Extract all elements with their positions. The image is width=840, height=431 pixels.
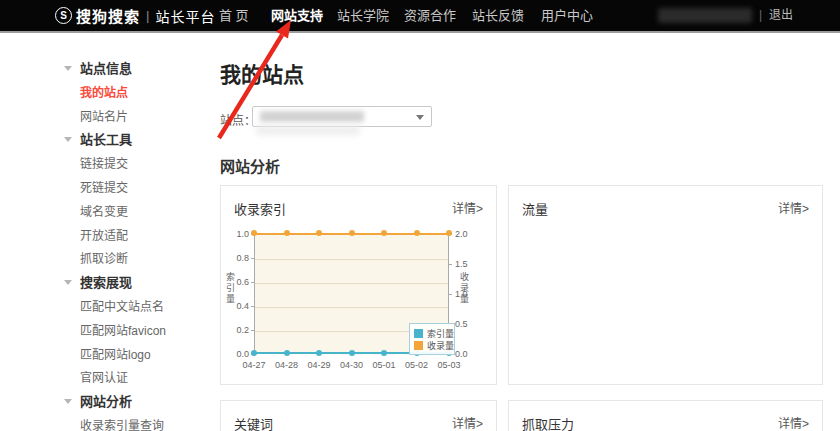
left-tick-label: 0.0 [223, 349, 249, 359]
chart-legend: 索引量收录量 [409, 323, 455, 355]
x-tick-label: 04-27 [242, 360, 265, 370]
sidebar-item-label: 开放适配 [80, 229, 128, 243]
right-tick-label: 1.5 [455, 259, 468, 269]
data-point-shoulu [414, 230, 420, 236]
data-point-suoyin [349, 350, 355, 356]
detail-link[interactable]: 详情> [778, 199, 809, 216]
detail-link[interactable]: 详情> [778, 414, 809, 431]
x-tick-label: 05-02 [405, 360, 428, 370]
sidebar-item-1[interactable]: 站点信息 [60, 60, 132, 76]
sidebar-item-2[interactable]: 我的站点 [60, 84, 128, 100]
sidebar-item-14[interactable]: 官网认证 [60, 369, 128, 385]
panel-traffic: 流量 详情> [508, 185, 823, 385]
right-tick-label: 0.5 [455, 319, 468, 329]
collapse-icon [64, 66, 72, 71]
right-tick-label: 2.0 [455, 229, 468, 239]
sidebar-item-7[interactable]: 域名变更 [60, 203, 128, 219]
data-point-shoulu [381, 230, 387, 236]
sidebar-item-8[interactable]: 开放适配 [60, 227, 128, 243]
sidebar-item-16[interactable]: 收录索引量查询 [60, 417, 164, 431]
sidebar-item-label: 网站分析 [80, 394, 132, 409]
data-point-shoulu [349, 230, 355, 236]
nav-item-5[interactable]: 站长反馈 [472, 0, 524, 31]
site-select-dropdown[interactable] [252, 106, 432, 127]
data-point-suoyin [284, 350, 290, 356]
left-tick-mark [251, 330, 254, 331]
sidebar: 站点信息我的站点网站名片站长工具链接提交死链提交域名变更开放适配抓取诊断搜索展现… [60, 33, 210, 431]
nav-item-2[interactable]: 网站支持 [271, 0, 323, 31]
data-point-shoulu [316, 230, 322, 236]
legend-label: 收录量 [427, 339, 454, 352]
left-tick-mark [251, 282, 254, 283]
data-point-shoulu [251, 230, 257, 236]
nav-item-1[interactable]: 首 页 [219, 0, 249, 31]
panel-title: 关键词 [234, 414, 273, 431]
x-tick-label: 04-29 [307, 360, 330, 370]
chevron-down-icon [416, 115, 424, 120]
page: { "navbar": { "logo": { "icon_letter": "… [0, 0, 840, 431]
left-tick-mark [251, 258, 254, 259]
left-tick-mark [251, 306, 254, 307]
nav-item-6[interactable]: 用户中心 [541, 0, 593, 31]
user-separator: | [759, 0, 762, 31]
gridline [255, 307, 448, 308]
x-tick-label: 05-01 [372, 360, 395, 370]
right-tick-label: 1.0 [455, 289, 468, 299]
gridline [255, 283, 448, 284]
collapse-icon [64, 280, 72, 285]
sidebar-item-4[interactable]: 站长工具 [60, 131, 132, 147]
right-tick-mark [449, 264, 452, 265]
gridline [255, 259, 448, 260]
sidebar-item-label: 网站名片 [80, 110, 128, 124]
sidebar-item-11[interactable]: 匹配中文站点名 [60, 298, 164, 314]
sidebar-item-label: 死链提交 [80, 181, 128, 195]
sidebar-item-5[interactable]: 链接提交 [60, 155, 128, 171]
sidebar-item-label: 抓取诊断 [80, 252, 128, 266]
panel-index-summary: 收录索引 详情> 索引量 收录量 索引量收录量 04-2704-2804-290… [220, 185, 497, 385]
sidebar-item-label: 匹配中文站点名 [80, 300, 164, 314]
section-title: 网站分析 [220, 155, 280, 176]
sidebar-item-12[interactable]: 匹配网站favicon [60, 322, 166, 338]
sidebar-item-label: 官网认证 [80, 371, 128, 385]
legend-entry: 索引量 [414, 327, 450, 339]
top-navbar: S 搜狗搜索 | 站长平台 首 页网站支持站长学院资源合作站长反馈用户中心 | … [0, 0, 840, 33]
sidebar-item-label: 链接提交 [80, 157, 128, 171]
sidebar-item-9[interactable]: 抓取诊断 [60, 250, 128, 266]
nav-item-3[interactable]: 站长学院 [337, 0, 389, 31]
x-tick-label: 04-30 [340, 360, 363, 370]
username-blurred [658, 8, 752, 23]
sidebar-item-label: 我的站点 [80, 86, 128, 100]
panel-title: 抓取压力 [522, 414, 574, 431]
right-tick-mark [449, 294, 452, 295]
sidebar-item-label: 站长工具 [80, 132, 132, 147]
site-selector-label: 站点： [220, 111, 256, 128]
sidebar-item-label: 收录索引量查询 [80, 419, 164, 431]
sidebar-item-15[interactable]: 网站分析 [60, 393, 132, 409]
sidebar-item-13[interactable]: 匹配网站logo [60, 346, 151, 362]
detail-link[interactable]: 详情> [452, 414, 483, 431]
collapse-icon [64, 137, 72, 142]
sidebar-item-3[interactable]: 网站名片 [60, 108, 128, 124]
data-point-suoyin [316, 350, 322, 356]
left-tick-label: 0.4 [223, 301, 249, 311]
nav-item-4[interactable]: 资源合作 [404, 0, 456, 31]
left-tick-label: 1.0 [223, 229, 249, 239]
page-title: 我的站点 [220, 58, 304, 88]
x-tick-label: 04-28 [275, 360, 298, 370]
data-point-suoyin [381, 350, 387, 356]
index-chart: 索引量 收录量 索引量收录量 04-2704-2804-2904-3005-01… [221, 186, 498, 386]
sidebar-item-label: 匹配网站favicon [80, 324, 166, 338]
data-point-shoulu [446, 230, 452, 236]
legend-entry: 收录量 [414, 339, 450, 351]
left-tick-label: 0.2 [223, 325, 249, 335]
left-tick-label: 0.8 [223, 253, 249, 263]
collapse-icon [64, 399, 72, 404]
sidebar-item-6[interactable]: 死链提交 [60, 179, 128, 195]
sidebar-item-10[interactable]: 搜索展现 [60, 274, 132, 290]
legend-swatch [414, 341, 423, 350]
sidebar-item-label: 匹配网站logo [80, 348, 151, 362]
logout-link[interactable]: 退出 [769, 0, 793, 31]
left-tick-label: 0.6 [223, 277, 249, 287]
x-tick-label: 05-03 [437, 360, 460, 370]
right-tick-label: 0.0 [455, 349, 468, 359]
